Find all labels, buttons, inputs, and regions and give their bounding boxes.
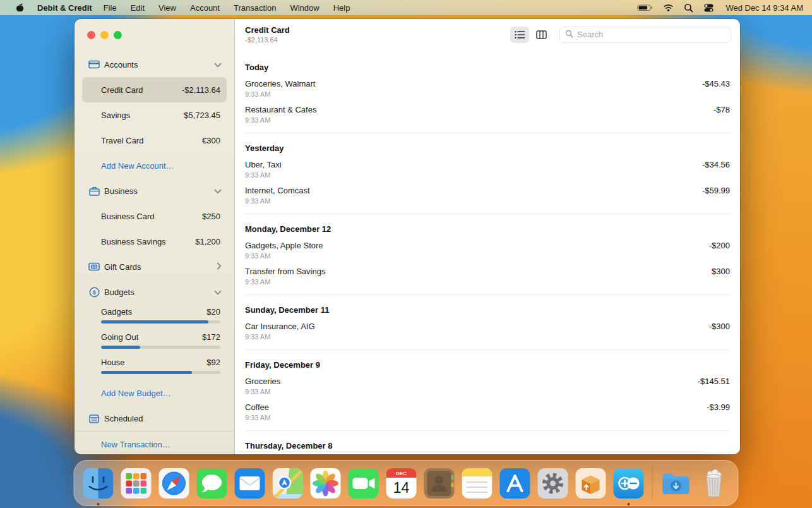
transaction-row[interactable]: Uber, Taxi9:33 AM-$34.56 bbox=[245, 160, 730, 179]
menu-edit[interactable]: Edit bbox=[131, 3, 145, 13]
chevron-down-icon[interactable] bbox=[214, 287, 222, 297]
dock-safari-icon[interactable] bbox=[155, 464, 193, 502]
sidebar-budget-row[interactable]: Going Out$172 bbox=[82, 330, 227, 355]
dock-launchpad-icon[interactable] bbox=[117, 464, 155, 502]
dock-package-icon[interactable] bbox=[572, 464, 610, 502]
dock-maps-icon[interactable] bbox=[269, 464, 307, 502]
sidebar-section-budgets[interactable]: $ Budgets bbox=[75, 279, 234, 305]
main-content: Credit Card -$2,113.64 TodayGroceries, W… bbox=[235, 19, 740, 454]
budget-progress-fill bbox=[101, 346, 140, 349]
account-balance: -$2,113.64 bbox=[245, 36, 510, 44]
minimize-button[interactable] bbox=[100, 31, 109, 39]
group-separator bbox=[245, 430, 730, 431]
account-name: Credit Card bbox=[101, 85, 182, 95]
transaction-main: Coffee9:33 AM bbox=[245, 402, 707, 421]
gift-card-icon bbox=[88, 262, 100, 271]
transaction-row[interactable]: Groceries9:33 AM-$145.51 bbox=[245, 377, 730, 396]
transaction-title: Groceries, Walmart bbox=[245, 79, 702, 88]
transaction-title: Transfer from Savings bbox=[245, 267, 712, 276]
scheduled-label: Scheduled bbox=[104, 414, 222, 423]
menu-window[interactable]: Window bbox=[290, 3, 319, 13]
sidebar-account-row[interactable]: Business Savings$1,200 bbox=[82, 229, 227, 254]
transaction-main: Car Insurance, AIG9:33 AM bbox=[245, 322, 709, 341]
sidebar-account-row[interactable]: Credit Card-$2,113.64 bbox=[82, 77, 227, 102]
transaction-time: 9:33 AM bbox=[245, 414, 707, 421]
sidebar-budget-row[interactable]: House$92 bbox=[82, 355, 227, 380]
transaction-title: Gadgets, Apple Store bbox=[245, 241, 709, 250]
calendar-icon bbox=[88, 414, 100, 423]
add-new-budget-button[interactable]: Add New Budget… bbox=[75, 380, 234, 406]
account-name: Savings bbox=[101, 111, 184, 120]
dock-messages-icon[interactable] bbox=[193, 464, 231, 502]
account-balance: -$2,113.64 bbox=[182, 85, 220, 95]
transaction-amount: -$200 bbox=[709, 241, 730, 260]
transaction-row[interactable]: Groceries, Walmart9:33 AM-$45.43 bbox=[245, 79, 730, 98]
transaction-row[interactable]: Restaurant & Cafes9:33 AM-$78 bbox=[245, 105, 730, 124]
dollar-circle-icon: $ bbox=[88, 287, 100, 298]
apple-menu-icon[interactable] bbox=[15, 3, 25, 13]
menubar-clock[interactable]: Wed Dec 14 9:34 AM bbox=[725, 3, 803, 13]
chevron-down-icon[interactable] bbox=[214, 186, 222, 196]
transaction-row[interactable]: Internet, Comcast9:33 AM-$59.99 bbox=[245, 186, 730, 205]
dock-downloads-folder-icon[interactable] bbox=[657, 464, 695, 502]
new-transaction-button[interactable]: New Transaction… bbox=[75, 432, 234, 454]
control-center-icon[interactable] bbox=[703, 3, 714, 13]
dock-system-settings-icon[interactable] bbox=[534, 464, 572, 502]
list-view-button[interactable] bbox=[510, 27, 529, 43]
transaction-amount: -$300 bbox=[709, 322, 730, 341]
group-separator bbox=[245, 214, 730, 214]
sidebar-account-row[interactable]: Travel Card€300 bbox=[82, 128, 227, 153]
dock-mail-icon[interactable] bbox=[231, 464, 269, 502]
dock-trash-icon[interactable] bbox=[695, 464, 733, 502]
budget-name: Going Out bbox=[101, 332, 202, 342]
menu-view[interactable]: View bbox=[158, 3, 176, 13]
dock: DEC 14 bbox=[74, 460, 739, 506]
zoom-button[interactable] bbox=[114, 31, 122, 39]
transaction-main: Groceries9:33 AM bbox=[245, 377, 698, 396]
page-title: Credit Card bbox=[245, 25, 510, 35]
dock-photos-icon[interactable] bbox=[307, 464, 345, 502]
running-indicator bbox=[97, 503, 100, 505]
chevron-right-icon[interactable] bbox=[217, 262, 222, 272]
menu-file[interactable]: File bbox=[104, 3, 117, 13]
transaction-row[interactable]: Gadgets, Apple Store9:33 AM-$200 bbox=[245, 241, 730, 260]
dock-notes-icon[interactable] bbox=[458, 464, 496, 502]
dock-debit-credit-icon[interactable] bbox=[610, 464, 648, 502]
dock-app-store-icon[interactable] bbox=[496, 464, 534, 502]
close-button[interactable] bbox=[87, 31, 95, 39]
sidebar-budget-row[interactable]: Gadgets$20 bbox=[82, 305, 227, 330]
sidebar-account-row[interactable]: Business Card$250 bbox=[82, 203, 227, 229]
sidebar-section-business[interactable]: Business bbox=[75, 178, 234, 203]
transaction-row[interactable]: Car Insurance, AIG9:33 AM-$300 bbox=[245, 322, 730, 341]
sidebar: Accounts Credit Card-$2,113.64Savings$5,… bbox=[75, 19, 235, 454]
transaction-title: Uber, Taxi bbox=[245, 160, 702, 169]
spotlight-search-icon[interactable] bbox=[684, 3, 693, 13]
dock-calendar-day: 14 bbox=[393, 480, 410, 496]
view-toggle-group bbox=[510, 27, 551, 43]
menu-help[interactable]: Help bbox=[333, 3, 350, 13]
sidebar-item-scheduled[interactable]: Scheduled bbox=[75, 406, 234, 431]
dock-calendar-icon[interactable]: DEC 14 bbox=[383, 464, 421, 502]
sidebar-section-gift-cards[interactable]: Gift Cards bbox=[75, 254, 234, 279]
transaction-row[interactable]: Coffee9:33 AM-$3.99 bbox=[245, 402, 730, 421]
budget-progress-track bbox=[101, 346, 220, 349]
budget-progress-fill bbox=[101, 320, 208, 324]
menu-transaction[interactable]: Transaction bbox=[234, 3, 276, 13]
dock-facetime-icon[interactable] bbox=[345, 464, 383, 502]
search-input[interactable] bbox=[577, 30, 725, 39]
battery-icon[interactable] bbox=[637, 3, 653, 13]
column-view-button[interactable] bbox=[532, 27, 551, 43]
transaction-main: Groceries, Walmart9:33 AM bbox=[245, 79, 702, 98]
sidebar-account-row[interactable]: Savings$5,723.45 bbox=[82, 102, 227, 128]
sidebar-section-accounts[interactable]: Accounts bbox=[75, 52, 234, 77]
add-new-account-button[interactable]: Add New Account… bbox=[75, 153, 234, 178]
budget-row-top: House$92 bbox=[101, 358, 220, 367]
transaction-row[interactable]: Transfer from Savings9:33 AM$300 bbox=[245, 267, 730, 286]
dock-finder-icon[interactable] bbox=[80, 464, 117, 502]
wifi-icon[interactable] bbox=[663, 3, 674, 12]
search-field[interactable] bbox=[559, 27, 731, 43]
menu-app-name[interactable]: Debit & Credit bbox=[37, 3, 92, 13]
dock-contacts-icon[interactable] bbox=[421, 464, 458, 502]
chevron-down-icon[interactable] bbox=[214, 60, 222, 70]
menu-account[interactable]: Account bbox=[190, 3, 220, 13]
